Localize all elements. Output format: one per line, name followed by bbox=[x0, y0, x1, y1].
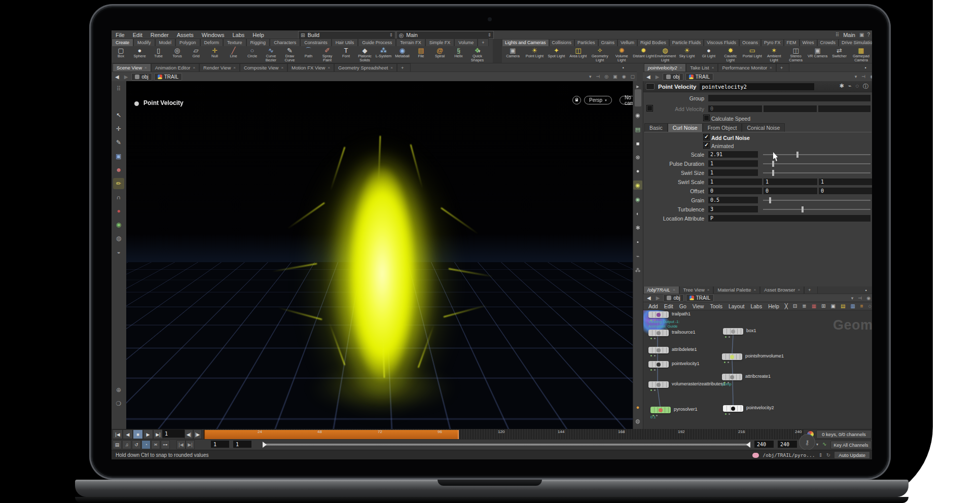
network-node[interactable] bbox=[722, 353, 742, 360]
playbar-option-icon[interactable]: ♫ bbox=[122, 440, 131, 449]
header-icon[interactable]: ✱ bbox=[840, 83, 844, 90]
context-chip[interactable]: obj bbox=[131, 73, 152, 81]
add-velocity-field-z[interactable] bbox=[818, 105, 870, 112]
pane-tab[interactable]: pointvelocity2× bbox=[644, 63, 686, 71]
strip-icon[interactable]: ✱ bbox=[633, 223, 642, 232]
network-toolbar-icon[interactable]: ▥ bbox=[849, 303, 856, 309]
network-node[interactable] bbox=[648, 381, 669, 388]
shelf-tab[interactable]: Viscous Fluids bbox=[704, 40, 739, 46]
path-icon[interactable]: ◎ bbox=[604, 74, 608, 79]
menu-item[interactable]: Tools bbox=[707, 303, 725, 309]
key-icon[interactable]: ⚷ bbox=[799, 434, 815, 450]
shelf-tab[interactable]: Simple FX bbox=[425, 39, 455, 46]
network-toolbar-icon[interactable]: ≡ bbox=[859, 303, 865, 309]
node-chip[interactable]: TRAIL bbox=[686, 294, 714, 302]
shelf-tool[interactable]: ▯ Tube bbox=[149, 46, 168, 63]
path-icon[interactable]: ▢ bbox=[630, 74, 635, 79]
forward-icon[interactable]: ▶ bbox=[655, 295, 662, 301]
header-icon[interactable]: ⓘ bbox=[863, 83, 868, 90]
cook-path[interactable]: /obj/TRAIL/pyro... bbox=[763, 452, 815, 458]
menu-item[interactable]: View bbox=[689, 303, 707, 309]
network-node[interactable] bbox=[648, 361, 669, 368]
toolbar-icon[interactable]: ✏ bbox=[113, 178, 124, 189]
back-icon[interactable]: ◀ bbox=[645, 74, 652, 80]
strip-icon[interactable]: ⊗ bbox=[633, 153, 642, 162]
shelf-tab[interactable]: Characters bbox=[270, 39, 300, 46]
shelf-tab[interactable]: Particle Fluids bbox=[669, 40, 704, 46]
no-cam-button[interactable]: No cam▾ bbox=[620, 96, 633, 104]
playbar-option-icon[interactable]: ≍ bbox=[151, 440, 160, 449]
add-velocity-field-y[interactable] bbox=[764, 105, 817, 112]
shelf-tool[interactable]: ● Sphere bbox=[130, 46, 149, 63]
range-slider[interactable] bbox=[264, 444, 749, 446]
vector-field[interactable]: 1 bbox=[708, 178, 762, 185]
close-icon[interactable]: × bbox=[797, 288, 800, 292]
pane-tab[interactable]: Animation Editor× bbox=[151, 63, 199, 71]
pane-tab[interactable]: Performance Monitor× bbox=[718, 63, 776, 71]
close-icon[interactable]: × bbox=[390, 65, 393, 70]
shelf-tool[interactable]: ▱ Grid bbox=[187, 46, 205, 63]
animated-checkbox[interactable]: ✓ bbox=[703, 142, 710, 149]
vector-field[interactable]: 1 bbox=[764, 178, 817, 185]
close-icon[interactable]: × bbox=[680, 65, 682, 70]
desktop-name[interactable]: Main bbox=[843, 32, 855, 38]
shelf-tool[interactable]: ▢ Box bbox=[112, 46, 130, 63]
global-start-field[interactable]: 1 bbox=[233, 441, 251, 448]
strip-icon[interactable]: ▸ bbox=[633, 82, 642, 91]
refresh-icon[interactable]: ↻ bbox=[826, 452, 830, 458]
toolbar-icon[interactable]: ↖ bbox=[113, 110, 124, 121]
transport-button[interactable]: ▶ bbox=[143, 429, 153, 439]
swirl-size-field[interactable]: 1 bbox=[708, 169, 758, 176]
playbar-option-icon[interactable]: ◔ bbox=[141, 440, 151, 449]
path-icon[interactable]: ◉ bbox=[866, 296, 870, 301]
shelf-tab[interactable]: Rigid Bodies bbox=[637, 40, 669, 46]
shelf-tab[interactable]: Grains bbox=[598, 40, 618, 46]
desktop-selector[interactable]: ⊞ Build ⇕ bbox=[298, 31, 395, 39]
pane-tab[interactable]: Composite View× bbox=[240, 63, 287, 71]
step-back-button[interactable]: ◀| bbox=[185, 429, 193, 439]
toolbar-icon[interactable]: ❍ bbox=[113, 398, 124, 409]
menu-item[interactable]: Add bbox=[645, 303, 661, 309]
shelf-tab[interactable]: Oceans bbox=[739, 40, 761, 46]
path-icon[interactable]: ◉ bbox=[622, 74, 626, 79]
playbar-option-icon[interactable]: ↺ bbox=[132, 440, 141, 449]
step-forward-button[interactable]: |▶ bbox=[193, 429, 202, 439]
strip-icon[interactable]: ◐ bbox=[633, 209, 642, 218]
close-icon[interactable]: × bbox=[281, 65, 283, 70]
calculate-speed-checkbox[interactable] bbox=[703, 115, 710, 121]
menu-item[interactable]: Labs bbox=[747, 303, 765, 309]
window-icon[interactable]: ▣ bbox=[859, 32, 864, 38]
shelf-tool[interactable]: ◍ Environment Light bbox=[655, 46, 676, 63]
network-toolbar-icon[interactable]: ⊟ bbox=[791, 303, 798, 309]
node-type-icon[interactable] bbox=[646, 83, 655, 90]
shelf-tab[interactable]: Drive Simulation bbox=[839, 40, 872, 46]
header-icon[interactable]: ⌁ bbox=[848, 83, 852, 90]
folder-tab[interactable]: Curl Noise bbox=[668, 123, 703, 132]
shelf-tab[interactable]: Volume bbox=[454, 39, 478, 46]
close-icon[interactable]: × bbox=[328, 65, 330, 70]
add-velocity-field-x[interactable]: 0 bbox=[708, 105, 762, 112]
network-node[interactable] bbox=[723, 328, 743, 335]
pane-tab[interactable]: Asset Browser× bbox=[760, 286, 804, 294]
network-node[interactable] bbox=[723, 405, 743, 412]
toolbar-icon[interactable]: ☻ bbox=[113, 164, 124, 175]
vector-field[interactable]: 0 bbox=[708, 188, 762, 194]
range-start-button[interactable]: |◀ bbox=[176, 440, 186, 449]
menu-item[interactable]: Help bbox=[248, 32, 268, 38]
shelf-overflow-icon[interactable]: ▾ bbox=[478, 49, 481, 54]
pane-tab[interactable]: /obj/TRAIL× bbox=[643, 286, 679, 294]
shelf-tool[interactable]: ◆ Platonic Solids bbox=[355, 46, 374, 63]
close-icon[interactable]: × bbox=[754, 288, 756, 292]
strip-icon[interactable]: ◍ bbox=[633, 416, 642, 425]
network-canvas[interactable]: Geometry bbox=[643, 310, 872, 429]
range-end-field[interactable]: 240 bbox=[754, 441, 774, 448]
menu-item[interactable]: Edit bbox=[661, 303, 676, 309]
close-icon[interactable]: × bbox=[712, 65, 714, 70]
playbar-option-icon[interactable]: ▤ bbox=[113, 440, 122, 449]
channels-icon[interactable]: ∿ bbox=[822, 441, 829, 448]
node-chip[interactable]: TRAIL bbox=[154, 73, 182, 81]
strip-icon[interactable]: ◉ bbox=[633, 195, 642, 204]
path-icon[interactable]: ⊣ bbox=[858, 296, 862, 301]
forward-icon[interactable]: ▶ bbox=[123, 74, 130, 80]
toolbar-icon[interactable]: ▣ bbox=[113, 151, 124, 162]
